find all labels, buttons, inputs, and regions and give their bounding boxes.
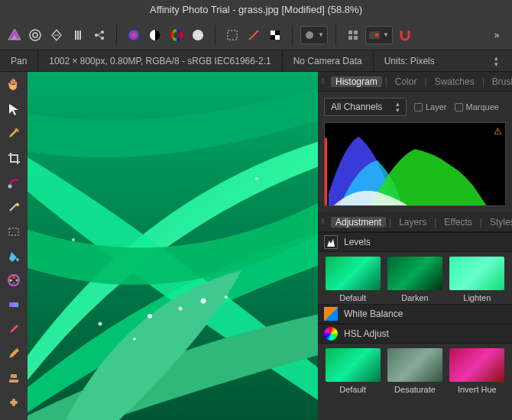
quick-mask-button[interactable]: ▼ — [300, 26, 328, 44]
selection-brush-icon[interactable] — [5, 174, 22, 191]
persona-develop-icon[interactable] — [69, 26, 87, 44]
tab-brushes[interactable]: Brushes — [488, 76, 512, 87]
canvas[interactable] — [28, 72, 318, 420]
preset-lighten[interactable]: Lighten — [449, 257, 506, 302]
tab-styles[interactable]: Styles — [485, 217, 512, 228]
app-logo-icon — [6, 27, 23, 44]
hsl-header[interactable]: HSL Adjust — [318, 324, 512, 344]
white-balance-header[interactable]: White Balance — [318, 304, 512, 324]
svg-line-11 — [98, 35, 101, 37]
marquee-checkbox[interactable]: Marquee — [455, 102, 499, 111]
svg-rect-39 — [9, 302, 18, 307]
preset-label: Desaturate — [394, 385, 436, 394]
levels-title: Levels — [344, 237, 371, 247]
svg-point-2 — [30, 30, 41, 40]
levels-header[interactable]: Levels — [318, 232, 512, 252]
hue-wheel-icon[interactable] — [167, 26, 186, 44]
healing-brush-icon[interactable] — [5, 394, 22, 411]
svg-point-47 — [201, 299, 206, 304]
warning-icon: ⚠ — [494, 126, 502, 137]
record-button[interactable]: ▼ — [365, 26, 393, 44]
levels-presets: Default Darken Lighten — [318, 252, 512, 304]
hsl-presets: Default Desaturate Invert Hue — [318, 344, 512, 396]
line-tool-icon[interactable] — [245, 26, 263, 44]
svg-line-10 — [98, 33, 101, 35]
color-picker-tool-icon[interactable] — [5, 272, 22, 289]
flood-fill-icon[interactable] — [5, 247, 22, 264]
magic-wand-icon[interactable] — [5, 199, 22, 215]
marquee-tool-icon[interactable] — [223, 26, 241, 44]
svg-rect-22 — [275, 35, 280, 40]
svg-point-17 — [193, 30, 203, 40]
tab-color[interactable]: Color — [390, 76, 422, 87]
tab-adjustment[interactable]: Adjustment — [331, 217, 386, 228]
preset-darken[interactable]: Darken — [386, 257, 443, 302]
svg-rect-5 — [77, 31, 79, 40]
marquee-select-icon[interactable] — [5, 223, 22, 240]
preset-label: Lighten — [463, 293, 491, 302]
svg-point-29 — [374, 33, 378, 37]
svg-rect-24 — [348, 31, 352, 34]
channel-select-label: All Channels — [331, 102, 382, 112]
svg-point-30 — [8, 185, 12, 189]
svg-rect-32 — [9, 228, 18, 235]
svg-point-50 — [99, 322, 102, 326]
preset-hsl-invert[interactable]: Invert Hue — [449, 348, 506, 394]
svg-point-8 — [101, 31, 104, 34]
layer-checkbox[interactable]: Layer — [414, 102, 447, 111]
units-field[interactable]: Units: Pixels▴▾ — [373, 50, 509, 71]
crop-tool-icon[interactable] — [5, 150, 22, 166]
snap-magnet-icon[interactable] — [396, 26, 414, 44]
svg-rect-4 — [75, 31, 76, 40]
marquee-checkbox-label: Marquee — [466, 102, 499, 111]
svg-line-31 — [10, 204, 17, 211]
persona-export-icon[interactable] — [90, 26, 109, 44]
svg-rect-26 — [348, 36, 352, 40]
eyedropper-tool-icon[interactable] — [5, 125, 22, 142]
hsl-icon — [324, 327, 338, 341]
persona-photo-icon[interactable] — [26, 26, 44, 44]
grip-icon[interactable]: ⦀ — [321, 217, 325, 227]
svg-point-45 — [147, 314, 152, 318]
preset-hsl-desaturate[interactable]: Desaturate — [386, 348, 443, 394]
gradient-tool-icon[interactable] — [5, 296, 22, 313]
layer-checkbox-label: Layer — [426, 102, 447, 111]
preset-hsl-default[interactable]: Default — [324, 348, 381, 394]
top-tabs: ⦀ Histogram | Color | Swatches | Brushes — [318, 72, 512, 92]
move-tool-icon[interactable] — [5, 101, 22, 118]
overflow-chevron-icon[interactable]: » — [488, 26, 506, 44]
checker-icon[interactable] — [266, 26, 284, 44]
channel-select[interactable]: All Channels ▴▾ — [324, 98, 407, 116]
pencil-tool-icon[interactable] — [5, 345, 22, 362]
grid-icon[interactable] — [344, 26, 362, 44]
tab-histogram[interactable]: Histogram — [331, 76, 382, 87]
svg-point-16 — [172, 31, 181, 40]
svg-point-37 — [13, 283, 15, 285]
preset-label: Invert Hue — [458, 385, 497, 394]
contrast-icon[interactable] — [146, 26, 164, 44]
preset-default[interactable]: Default — [324, 257, 381, 302]
paint-brush-icon[interactable] — [5, 321, 22, 338]
svg-point-49 — [225, 296, 228, 299]
mode-label: Pan — [0, 50, 37, 71]
preset-label: Darken — [401, 293, 428, 302]
svg-point-48 — [133, 338, 136, 341]
svg-rect-53 — [325, 138, 327, 205]
tab-layers[interactable]: Layers — [394, 217, 431, 228]
svg-rect-41 — [9, 380, 18, 383]
clone-stamp-icon[interactable] — [5, 370, 22, 386]
color-circle-icon[interactable] — [125, 26, 143, 44]
camera-data-label: No Camera Data — [282, 50, 373, 71]
grip-icon[interactable]: ⦀ — [321, 76, 325, 86]
preset-label: Default — [339, 293, 366, 302]
white-circle-icon[interactable] — [189, 26, 207, 44]
tab-effects[interactable]: Effects — [439, 217, 476, 228]
svg-point-38 — [10, 279, 12, 282]
window-title: Affinity Photo Trial - grass.jpg [Modifi… — [0, 0, 512, 20]
units-label: Units: — [384, 56, 408, 66]
persona-liquify-icon[interactable] — [47, 26, 66, 44]
tab-swatches[interactable]: Swatches — [430, 76, 479, 87]
hand-tool-icon[interactable] — [5, 76, 22, 93]
info-bar: Pan 1002 × 800px, 0.80MP, RGBA/8 - sRGB … — [0, 50, 512, 72]
svg-point-23 — [306, 31, 313, 39]
